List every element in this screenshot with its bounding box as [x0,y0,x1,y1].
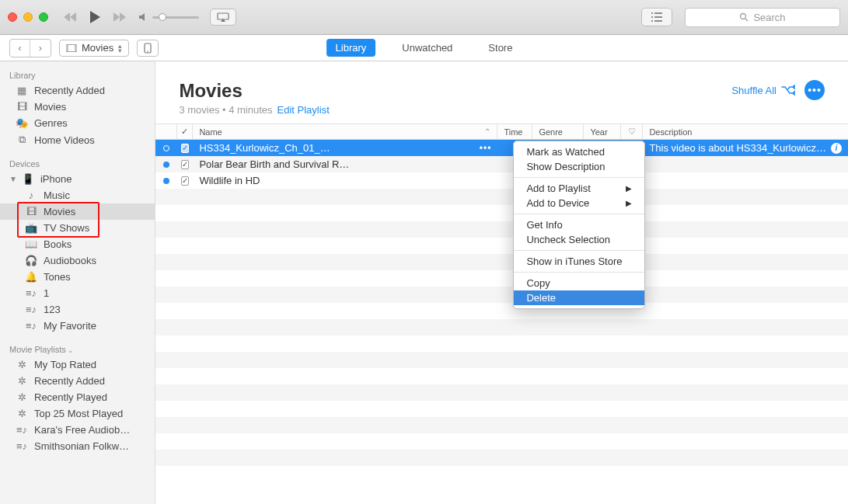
sidebar-item-device-books[interactable]: 📖Books [0,236,155,252]
menu-mark-watched[interactable]: Mark as Watched [514,144,644,159]
gear-icon: ✲ [16,391,28,403]
checkbox[interactable]: ✓ [181,144,189,153]
column-check[interactable]: ✓ [177,124,193,139]
gear-icon: ✲ [16,375,28,387]
sidebar-item-home-videos[interactable]: ⧉Home Videos [0,131,155,148]
media-selector-label: Movies [82,42,113,54]
menu-separator [514,214,644,214]
chevron-right-icon: ▶ [626,199,632,207]
video-icon: ⧉ [16,134,28,146]
column-genre[interactable]: Genre [532,124,584,139]
chevron-right-icon: ▶ [626,184,632,193]
menu-add-playlist[interactable]: Add to Playlist▶ [514,181,644,196]
column-year[interactable]: Year [584,124,621,139]
table-body: ✓ HS334_Kurlowicz_Ch_01_…••• ♡ This vide… [155,140,848,504]
shuffle-icon [781,85,795,96]
unwatched-dot-icon [163,162,169,168]
info-icon[interactable]: i [831,143,842,154]
phone-icon: 📱 [22,173,34,185]
sidebar-item-device-music[interactable]: ♪Music [0,187,155,203]
sidebar-item-smithsonian[interactable]: ≡♪Smithsonian Folkw… [0,438,155,454]
svg-point-1 [741,14,746,19]
menu-add-device[interactable]: Add to Device▶ [514,196,644,210]
back-button[interactable]: ‹ [10,40,30,57]
gear-icon: ✲ [16,359,28,370]
table-row[interactable]: ✓ Wildlife in HD [155,172,848,189]
menu-separator [514,272,644,273]
column-love[interactable]: ♡ [621,124,643,139]
menu-show-description[interactable]: Show Description [514,159,644,174]
maximize-button[interactable] [39,12,48,22]
sidebar-item-kara-audiobook[interactable]: ≡♪Kara's Free Audiob… [0,422,155,438]
chevron-down-icon: ⌄ [68,346,74,354]
media-selector[interactable]: Movies ▴▾ [59,40,129,57]
sidebar-item-playlist-favorite[interactable]: ≡♪My Favorite [0,318,155,334]
sidebar: Library ▦Recently Added 🎞Movies 🎭Genres … [0,61,155,504]
headphones-icon: 🎧 [25,255,37,266]
view-tabs: Library Unwatched Store [326,39,522,57]
checkbox[interactable]: ✓ [181,160,189,169]
film-icon [66,44,77,52]
content-area: Movies 3 movies • 4 minutesEdit Playlist… [155,61,848,504]
sidebar-item-genres[interactable]: 🎭Genres [0,115,155,131]
sidebar-item-playlist-123[interactable]: ≡♪123 [0,301,155,318]
row-actions-button[interactable]: ••• [480,143,492,154]
airplay-button[interactable] [210,9,236,26]
column-time[interactable]: Time [497,124,532,139]
menu-show-store[interactable]: Show in iTunes Store [514,254,644,269]
sidebar-item-iphone[interactable]: ▼📱iPhone [0,171,155,187]
minimize-button[interactable] [23,12,33,22]
sidebar-section-playlists[interactable]: Movie Playlists⌄ [0,340,155,356]
menu-uncheck[interactable]: Uncheck Selection [514,232,644,247]
play-button[interactable] [89,10,101,24]
search-input[interactable]: Search [685,8,840,27]
close-button[interactable] [8,12,17,22]
playlist-icon: ≡♪ [16,424,28,436]
phone-icon [144,43,152,54]
volume-control[interactable] [138,12,199,22]
list-view-button[interactable] [641,8,672,26]
sidebar-item-device-tones[interactable]: 🔔Tones [0,269,155,285]
sidebar-item-top-rated[interactable]: ✲My Top Rated [0,356,155,373]
tab-store[interactable]: Store [479,39,522,57]
column-description[interactable]: Description [643,124,848,139]
device-button[interactable] [137,40,159,57]
unwatched-dot-icon [163,178,169,184]
menu-get-info[interactable]: Get Info [514,217,644,232]
next-track-button[interactable] [112,12,127,23]
forward-button[interactable]: › [30,40,51,57]
sidebar-item-recently-added[interactable]: ▦Recently Added [0,82,155,99]
shuffle-all-button[interactable]: Shuffle All [731,85,795,96]
content-header: Movies 3 movies • 4 minutesEdit Playlist… [155,61,848,123]
table-row[interactable]: ✓ Polar Bear Birth and Survival R… [155,156,848,172]
sidebar-item-device-audiobooks[interactable]: 🎧Audiobooks [0,252,155,269]
tab-library[interactable]: Library [326,39,376,57]
prev-track-button[interactable] [62,12,78,23]
menu-copy[interactable]: Copy [514,276,644,290]
edit-playlist-link[interactable]: Edit Playlist [277,104,330,116]
sidebar-item-top25[interactable]: ✲Top 25 Most Played [0,405,155,422]
playlist-icon: ≡♪ [16,440,28,452]
checkbox[interactable]: ✓ [181,176,189,186]
page-title: Movies [179,80,329,102]
more-actions-button[interactable]: ••• [804,80,825,100]
sidebar-item-pl-recently-added[interactable]: ✲Recently Added [0,373,155,389]
book-icon: 📖 [25,238,37,250]
playlist-icon: ≡♪ [25,304,37,315]
table-row[interactable]: ✓ HS334_Kurlowicz_Ch_01_…••• ♡ This vide… [155,140,848,156]
menu-delete[interactable]: Delete [514,290,644,305]
column-name[interactable]: Name [193,124,497,139]
table-header: ✓ Name Time Genre Year ♡ Description [155,123,848,140]
sidebar-item-pl-recently-played[interactable]: ✲Recently Played [0,389,155,405]
tab-unwatched[interactable]: Unwatched [393,39,462,57]
menu-separator [514,177,644,178]
music-icon: ♪ [25,189,37,201]
gear-icon: ✲ [16,408,28,419]
playlist-icon: ≡♪ [25,320,37,332]
masks-icon: 🎭 [16,117,28,129]
disclosure-icon[interactable]: ▼ [9,175,17,183]
svg-rect-0 [218,13,229,19]
sidebar-item-movies[interactable]: 🎞Movies [0,99,155,115]
column-status[interactable] [155,124,177,139]
sidebar-item-playlist-1[interactable]: ≡♪1 [0,285,155,301]
